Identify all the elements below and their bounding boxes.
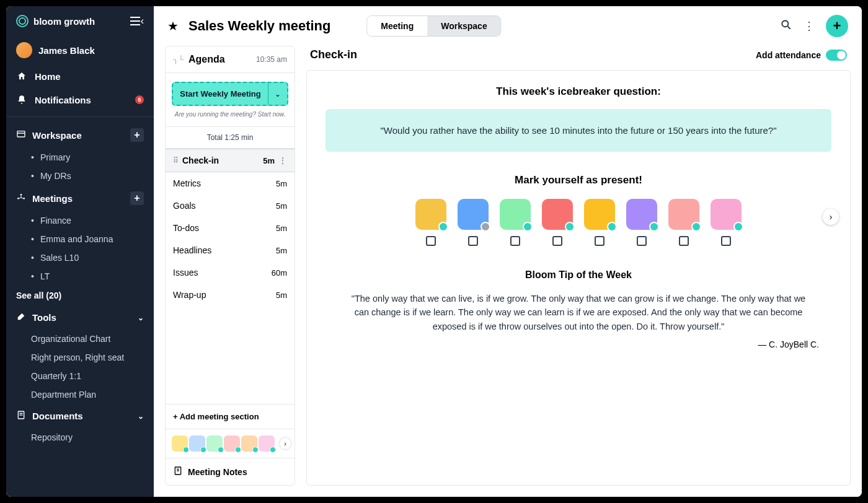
attendee-avatar[interactable] xyxy=(415,199,446,230)
attendee-next-icon[interactable]: › xyxy=(280,438,291,449)
tool-org-chart[interactable]: Organizational Chart xyxy=(6,330,154,348)
attendee-card xyxy=(711,199,742,246)
agenda-item-wrap-up[interactable]: Wrap-up5m xyxy=(166,284,294,306)
brand: bloom growth xyxy=(16,15,95,27)
agenda-item-issues[interactable]: Issues60m xyxy=(166,261,294,284)
avatar xyxy=(16,42,32,58)
present-checkbox[interactable] xyxy=(721,236,731,246)
more-icon[interactable]: ⋮ xyxy=(804,19,815,33)
attendee-avatar[interactable] xyxy=(542,199,573,230)
documents-title: Documents xyxy=(32,411,83,421)
agenda-item-to-dos[interactable]: To-dos5m xyxy=(166,217,294,239)
attendee-mini-avatar[interactable] xyxy=(259,435,275,452)
tip-author: — C. JoyBell C. xyxy=(326,339,831,349)
agenda-item-headlines[interactable]: Headlines5m xyxy=(166,239,294,261)
sidebar-item-my-drs[interactable]: My DRs xyxy=(6,167,154,185)
attendee-mini-avatar[interactable] xyxy=(206,435,223,452)
present-checkbox[interactable] xyxy=(679,236,689,246)
agenda-time: 10:35 am xyxy=(256,55,287,64)
present-checkbox[interactable] xyxy=(552,236,562,246)
attendee-avatar[interactable] xyxy=(500,199,531,230)
attendee-avatar[interactable] xyxy=(584,199,615,230)
agenda-item-goals[interactable]: Goals5m xyxy=(166,195,294,217)
sidebar-section-documents[interactable]: Documents ⌄ xyxy=(6,404,154,428)
sidebar-item-primary[interactable]: Primary xyxy=(6,148,154,167)
attendee-avatar[interactable] xyxy=(626,199,657,230)
add-workspace-button[interactable]: + xyxy=(130,128,144,142)
attendee-card xyxy=(668,199,699,246)
star-icon[interactable]: ★ xyxy=(167,19,179,33)
add-meeting-button[interactable]: + xyxy=(130,191,144,205)
attendee-card xyxy=(542,199,573,246)
attendee-strip: › xyxy=(166,429,294,458)
attendee-mini-avatar[interactable] xyxy=(189,435,205,452)
sidebar-section-meetings[interactable]: Meetings + xyxy=(6,185,154,211)
logo-icon xyxy=(16,15,29,27)
tools-icon xyxy=(16,312,26,323)
workspace-title: Workspace xyxy=(32,130,82,141)
search-icon[interactable] xyxy=(780,19,792,34)
tool-dept-plan[interactable]: Department Plan xyxy=(6,385,154,404)
add-section-button[interactable]: + Add meeting section xyxy=(166,404,294,429)
agenda-item-check-in[interactable]: Check-in5m⋮ xyxy=(166,149,294,172)
bell-icon xyxy=(16,94,27,105)
attendance-toggle[interactable] xyxy=(826,50,847,61)
sidebar-item-sales-l10[interactable]: Sales L10 xyxy=(6,248,154,267)
tab-workspace[interactable]: Workspace xyxy=(427,16,500,36)
see-all-meetings[interactable]: See all (20) xyxy=(6,286,154,305)
agenda-item-metrics[interactable]: Metrics5m xyxy=(166,172,294,195)
attendee-mini-avatar[interactable] xyxy=(224,435,240,452)
present-checkbox[interactable] xyxy=(510,236,520,246)
tab-meeting[interactable]: Meeting xyxy=(367,16,427,36)
chevron-down-icon: ⌄ xyxy=(138,313,144,322)
present-checkbox[interactable] xyxy=(637,236,647,246)
sidebar-section-workspace[interactable]: Workspace + xyxy=(6,122,154,148)
user-row[interactable]: James Black xyxy=(6,36,154,64)
doc-repository[interactable]: Repository xyxy=(6,428,154,447)
checkin-title: Check-in xyxy=(310,48,357,61)
present-checkbox[interactable] xyxy=(595,236,604,246)
present-heading: Mark yourself as present! xyxy=(326,174,831,186)
meetings-icon xyxy=(16,193,26,204)
attendee-card xyxy=(500,199,531,246)
present-next-icon[interactable]: › xyxy=(823,209,839,225)
attendee-avatar[interactable] xyxy=(711,199,742,230)
workspace-icon xyxy=(16,129,26,141)
more-icon[interactable]: ⋮ xyxy=(278,155,287,165)
meeting-notes-button[interactable]: Meeting Notes xyxy=(166,458,294,485)
icebreaker-heading: This week's icebreaker question: xyxy=(326,85,831,98)
tool-right-person[interactable]: Right person, Right seat xyxy=(6,348,154,367)
tool-quarterly[interactable]: Quarterly 1:1 xyxy=(6,367,154,385)
attendee-mini-avatar[interactable] xyxy=(172,435,188,452)
user-name: James Black xyxy=(38,45,95,56)
nav-notifications[interactable]: Notifications 5 xyxy=(6,88,154,112)
attendee-avatar[interactable]: .person:nth-child(2) .person-av::after{b… xyxy=(458,199,489,230)
present-checkbox[interactable] xyxy=(426,236,436,246)
brand-label: bloom growth xyxy=(33,16,95,27)
nav-home[interactable]: Home xyxy=(6,64,154,88)
sidebar-item-lt[interactable]: LT xyxy=(6,267,154,286)
nav-home-label: Home xyxy=(35,71,61,82)
agenda-drag-icon: ┐└ xyxy=(173,55,184,64)
main: ★ Sales Weekly meeting Meeting Workspace… xyxy=(154,6,862,497)
page-title: Sales Weekly meeting xyxy=(188,18,331,34)
attendee-mini-avatar[interactable] xyxy=(241,435,257,452)
sidebar-section-tools[interactable]: Tools ⌄ xyxy=(6,305,154,330)
attendee-card: .person:nth-child(2) .person-av::after{b… xyxy=(458,199,489,246)
svg-point-2 xyxy=(20,194,22,196)
attendee-avatar[interactable] xyxy=(668,199,699,230)
present-checkbox[interactable] xyxy=(468,236,478,246)
tip-quote: "The only way that we can live, is if we… xyxy=(326,292,831,333)
svg-point-8 xyxy=(782,20,788,27)
meetings-title: Meetings xyxy=(32,193,73,204)
sidebar-collapse-icon[interactable] xyxy=(130,15,144,27)
start-meeting-button[interactable]: Start Weekly Meeting ⌄ xyxy=(172,82,288,106)
sidebar-item-finance[interactable]: Finance xyxy=(6,211,154,230)
add-button[interactable]: + xyxy=(826,15,848,37)
svg-rect-0 xyxy=(17,131,25,136)
start-meeting-label: Start Weekly Meeting xyxy=(173,83,268,105)
svg-point-4 xyxy=(23,198,25,199)
svg-line-9 xyxy=(788,26,790,28)
start-dropdown-icon[interactable]: ⌄ xyxy=(268,83,287,105)
sidebar-item-emma-joanna[interactable]: Emma and Joanna xyxy=(6,230,154,248)
